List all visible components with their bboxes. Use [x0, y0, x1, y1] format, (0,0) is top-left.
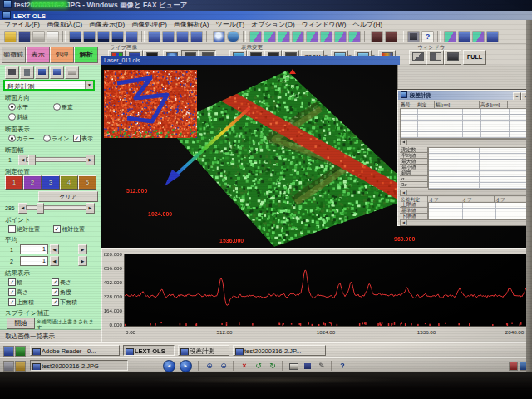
extra-tool-button-2[interactable] — [458, 31, 470, 42]
viewer-file-button[interactable]: test20200316-2.JPG — [30, 360, 128, 371]
save-icon[interactable] — [303, 361, 313, 371]
window-layout-button-2[interactable] — [426, 50, 444, 65]
open-file-button[interactable] — [4, 31, 17, 42]
average-row2-input[interactable]: 1 — [20, 256, 48, 266]
checkbox-upper-area[interactable]: ✓ — [8, 298, 16, 306]
tolerance-scrollbar[interactable]: ◀ — [400, 219, 530, 226]
position-slider[interactable]: ◀ ▶ — [18, 203, 95, 212]
zoom-out-icon[interactable]: ⊖ — [219, 361, 229, 371]
slider-right-arrow[interactable]: ▶ — [86, 155, 95, 165]
analysis-preset-dropdown[interactable]: 段差計測 ▼ — [3, 80, 95, 91]
acquire-button-1[interactable] — [148, 31, 160, 42]
menu-item[interactable]: ファイル(F) — [4, 21, 40, 28]
measure-tool-button-7[interactable] — [334, 31, 347, 42]
delete-icon[interactable]: × — [239, 361, 249, 371]
taskbar-button-adobe[interactable]: Adobe Reader - 0... — [30, 345, 120, 356]
radio-line[interactable] — [43, 135, 51, 142]
acquire-button-3[interactable] — [176, 31, 189, 42]
acquire-button-4[interactable] — [190, 31, 203, 42]
report-button-1[interactable] — [371, 31, 383, 42]
measurement-table-scrollbar[interactable]: ◀ — [400, 139, 530, 145]
radio-horizontal[interactable] — [8, 103, 16, 111]
panel-load-data-button[interactable] — [50, 66, 64, 79]
average-row2-up[interactable]: ▶ — [78, 256, 87, 266]
measurement-window-titlebar[interactable]: 段差計測 – × — [398, 91, 532, 100]
spline-start-button[interactable]: 開始 — [7, 318, 35, 329]
report-button-2[interactable] — [385, 31, 397, 42]
measure-tool-button-5[interactable] — [306, 31, 318, 42]
menu-item[interactable]: オプション(O) — [251, 21, 295, 28]
preset-dropdown-arrow[interactable]: ▼ — [85, 81, 93, 89]
measure-tool-button-2[interactable] — [264, 31, 276, 42]
radio-color[interactable] — [8, 135, 16, 142]
average-row1-up[interactable]: ▶ — [78, 244, 87, 254]
measure-tool-button-1[interactable] — [249, 31, 262, 42]
slider-handle[interactable] — [37, 203, 44, 214]
save-button[interactable] — [18, 31, 31, 42]
menu-item[interactable]: 画像表示(D) — [89, 21, 125, 28]
rotate-left-icon[interactable]: ↺ — [254, 361, 264, 371]
previous-image-button[interactable]: ◄ — [163, 360, 175, 372]
capture-button-1[interactable] — [69, 31, 81, 42]
copy-button[interactable] — [47, 31, 59, 42]
taskbar-button-step-measure[interactable]: 段差計測 — [178, 345, 229, 356]
average-row2-down[interactable]: ◀ — [50, 256, 59, 266]
monitor-button[interactable] — [407, 31, 420, 42]
tab-display[interactable]: 表示 — [26, 47, 50, 63]
taskbar-button-test-jpg[interactable]: test20200316-2.JP... — [233, 345, 326, 356]
menu-item[interactable]: 画像取込(C) — [47, 21, 82, 28]
viewer-quick-icon-1[interactable] — [3, 361, 14, 372]
checkbox-angle[interactable]: ✓ — [52, 288, 59, 296]
extra-tool-button-3[interactable] — [472, 31, 485, 42]
viewer-quick-icon-2[interactable] — [15, 361, 26, 372]
zoom-tool-button[interactable] — [213, 31, 225, 42]
menu-item[interactable]: ウィンドウ(W) — [302, 21, 347, 28]
panel-print-button[interactable] — [65, 66, 79, 79]
capture-button-5[interactable] — [126, 31, 138, 42]
slider-handle[interactable] — [28, 155, 36, 165]
view-tool-button[interactable] — [227, 31, 239, 42]
tab-process[interactable]: 処理 — [50, 47, 74, 63]
checkbox-lower-area[interactable]: ✓ — [52, 298, 59, 306]
clear-button[interactable]: クリア — [38, 191, 98, 202]
capture-button-3[interactable] — [97, 31, 110, 42]
zoom-in-icon[interactable]: ⊕ — [204, 361, 214, 371]
edit-icon[interactable]: ✎ — [317, 361, 327, 371]
taskbar-button-lext-ols[interactable]: LEXT-OLS — [123, 345, 175, 356]
capture-button-4[interactable] — [111, 31, 124, 42]
window-layout-button-1[interactable] — [409, 50, 426, 65]
checkbox-relative-position[interactable]: ✓ — [53, 225, 61, 233]
tab-analysis[interactable]: 解析 — [74, 47, 98, 63]
checkbox-length[interactable]: ✓ — [52, 278, 59, 286]
section-width-slider[interactable]: ◀ ▶ — [18, 155, 95, 164]
position-button-5[interactable]: 5 — [78, 175, 96, 190]
slider-right-arrow[interactable]: ▶ — [86, 203, 95, 214]
intensity-2d-map[interactable] — [104, 70, 197, 138]
checkbox-absolute-position[interactable] — [8, 225, 16, 233]
measure-tool-button-3[interactable] — [278, 31, 290, 42]
help-button[interactable]: ? — [421, 31, 434, 42]
menu-item[interactable]: 画像解析(A) — [174, 21, 209, 28]
tab-microscope[interactable]: 顕微鏡 — [2, 47, 26, 63]
quick-launch-icon-2[interactable] — [15, 346, 26, 357]
extra-tool-button-4[interactable] — [486, 31, 499, 42]
window-layout-button-3[interactable] — [444, 50, 461, 65]
quick-launch-icon-1[interactable] — [3, 346, 14, 357]
section-marker-arrow[interactable] — [289, 69, 296, 74]
checkbox-height[interactable]: ✓ — [8, 288, 16, 296]
position-button-1[interactable]: 1 — [5, 175, 23, 190]
menu-item[interactable]: 画像処理(P) — [131, 21, 167, 28]
tray-icon-1[interactable] — [509, 362, 518, 371]
average-row1-input[interactable]: 1 — [20, 244, 48, 254]
measure-tool-button-4[interactable] — [292, 31, 304, 42]
measure-tool-button-8[interactable] — [348, 31, 361, 42]
menu-item[interactable]: ツール(T) — [216, 21, 245, 28]
profile-plot-area[interactable] — [124, 254, 530, 327]
checkbox-show[interactable]: ✓ — [73, 135, 81, 142]
minimize-button[interactable]: – — [513, 92, 521, 101]
rotate-right-icon[interactable]: ↻ — [268, 361, 278, 371]
position-button-2[interactable]: 2 — [23, 175, 42, 190]
checkbox-width[interactable]: ✓ — [8, 278, 16, 286]
viewer-help-icon[interactable]: ? — [337, 361, 347, 371]
print-button[interactable] — [32, 31, 45, 42]
